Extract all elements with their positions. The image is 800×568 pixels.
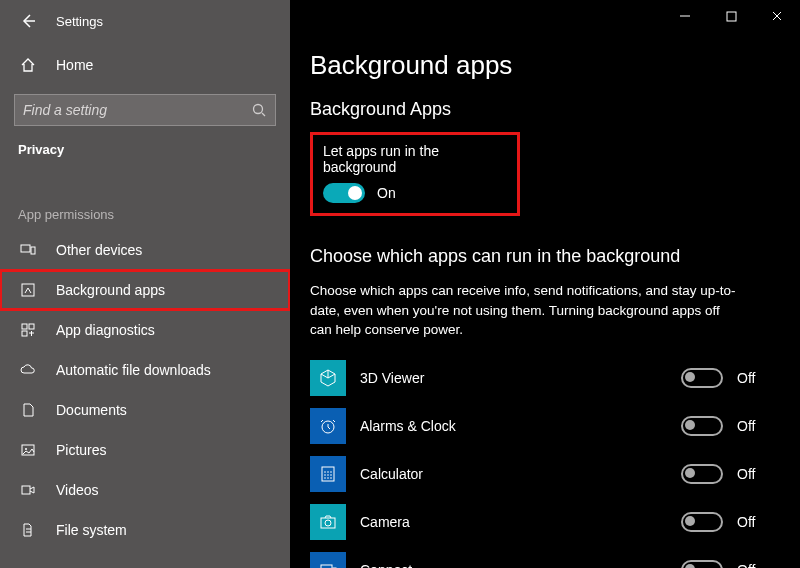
svg-point-16 (324, 474, 326, 476)
diagnostics-icon (18, 322, 38, 338)
svg-rect-2 (31, 247, 35, 254)
sidebar-item-label: Automatic file downloads (56, 362, 211, 378)
master-toggle-state: On (377, 185, 396, 201)
svg-point-0 (254, 105, 263, 114)
app-toggle[interactable] (681, 560, 723, 568)
master-toggle-label: Let apps run in the background (323, 143, 507, 175)
app-name: Connect (360, 562, 681, 568)
svg-point-18 (330, 474, 332, 476)
choose-title: Choose which apps can run in the backgro… (310, 246, 776, 267)
search-box[interactable] (14, 94, 276, 126)
app-icon (310, 408, 346, 444)
app-name: Camera (360, 514, 681, 530)
svg-point-20 (327, 477, 329, 479)
video-icon (18, 482, 38, 498)
sidebar-item-label: Videos (56, 482, 99, 498)
svg-rect-12 (322, 467, 334, 481)
sidebar-item-filesystem[interactable]: File system (0, 510, 290, 550)
svg-point-23 (325, 520, 331, 526)
svg-point-14 (327, 471, 329, 473)
app-toggle-state: Off (737, 514, 755, 530)
app-icon (310, 504, 346, 540)
app-name: Alarms & Clock (360, 418, 681, 434)
sidebar-item-cloud[interactable]: Automatic file downloads (0, 350, 290, 390)
app-name: Calculator (360, 466, 681, 482)
app-row: CalculatorOff (310, 450, 776, 498)
picture-icon (18, 442, 38, 458)
master-subtitle: Background Apps (310, 99, 776, 120)
page-title: Background apps (310, 50, 776, 81)
svg-rect-5 (29, 324, 34, 329)
search-icon (251, 102, 267, 118)
document-icon (18, 402, 38, 418)
svg-rect-9 (22, 486, 30, 494)
minimize-button[interactable] (662, 0, 708, 32)
sidebar-item-picture[interactable]: Pictures (0, 430, 290, 470)
app-row: 3D ViewerOff (310, 354, 776, 402)
svg-rect-6 (22, 331, 27, 336)
app-row: ConnectOff (310, 546, 776, 568)
app-row: Alarms & ClockOff (310, 402, 776, 450)
sidebar-item-label: Background apps (56, 282, 165, 298)
sidebar-item-label: Pictures (56, 442, 107, 458)
app-icon (310, 552, 346, 568)
sidebar-item-background-apps[interactable]: Background apps (0, 270, 290, 310)
app-icon (310, 360, 346, 396)
master-toggle-section: Let apps run in the background On (310, 132, 520, 216)
svg-point-17 (327, 474, 329, 476)
app-row: CameraOff (310, 498, 776, 546)
sidebar-item-document[interactable]: Documents (0, 390, 290, 430)
close-button[interactable] (754, 0, 800, 32)
other-devices-icon (18, 242, 38, 258)
svg-point-8 (25, 448, 27, 450)
svg-point-19 (324, 477, 326, 479)
svg-rect-3 (22, 284, 34, 296)
svg-point-15 (330, 471, 332, 473)
sidebar-item-other-devices[interactable]: Other devices (0, 230, 290, 270)
home-label: Home (56, 57, 93, 73)
app-toggle-state: Off (737, 418, 755, 434)
choose-description: Choose which apps can receive info, send… (310, 281, 740, 340)
home-icon (18, 57, 38, 73)
app-toggle-state: Off (737, 370, 755, 386)
section-permissions: App permissions (0, 207, 290, 222)
home-nav[interactable]: Home (0, 46, 290, 84)
back-button[interactable] (14, 7, 42, 35)
sidebar-item-label: File system (56, 522, 127, 538)
background-apps-icon (18, 282, 38, 298)
maximize-button[interactable] (708, 0, 754, 32)
app-toggle[interactable] (681, 368, 723, 388)
svg-point-13 (324, 471, 326, 473)
app-toggle-state: Off (737, 562, 755, 568)
sidebar-item-label: Documents (56, 402, 127, 418)
app-icon (310, 456, 346, 492)
sidebar-item-label: App diagnostics (56, 322, 155, 338)
app-name: 3D Viewer (360, 370, 681, 386)
search-input[interactable] (23, 102, 251, 118)
svg-rect-4 (22, 324, 27, 329)
app-toggle[interactable] (681, 512, 723, 532)
filesystem-icon (18, 522, 38, 538)
master-toggle[interactable] (323, 183, 365, 203)
svg-rect-1 (21, 245, 30, 252)
sidebar-item-video[interactable]: Videos (0, 470, 290, 510)
sidebar-item-label: Other devices (56, 242, 142, 258)
app-toggle[interactable] (681, 416, 723, 436)
app-toggle-state: Off (737, 466, 755, 482)
svg-point-21 (330, 477, 332, 479)
section-privacy: Privacy (0, 142, 290, 157)
cloud-icon (18, 362, 38, 378)
sidebar-item-diagnostics[interactable]: App diagnostics (0, 310, 290, 350)
svg-rect-10 (727, 12, 736, 21)
app-title: Settings (56, 14, 103, 29)
app-toggle[interactable] (681, 464, 723, 484)
